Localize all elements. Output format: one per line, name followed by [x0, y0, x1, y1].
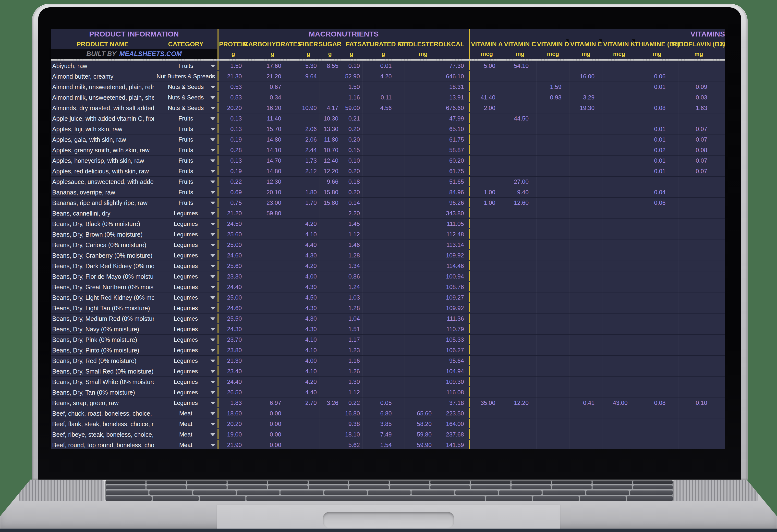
- value-cell[interactable]: [404, 208, 442, 218]
- value-cell[interactable]: [504, 103, 537, 113]
- value-cell[interactable]: [362, 335, 404, 345]
- value-cell[interactable]: 23.80: [219, 345, 248, 355]
- chevron-down-icon[interactable]: [210, 107, 215, 110]
- product-name-cell[interactable]: Apples, gala, with skin, raw: [51, 134, 154, 145]
- value-cell[interactable]: [319, 314, 341, 324]
- value-cell[interactable]: [569, 303, 602, 313]
- product-name-cell[interactable]: Beans, Dry, Navy (0% moisture): [51, 324, 154, 334]
- value-cell[interactable]: [678, 345, 719, 355]
- value-cell[interactable]: [298, 440, 319, 449]
- value-cell[interactable]: 61.75: [442, 166, 469, 176]
- key[interactable]: [627, 496, 673, 501]
- value-cell[interactable]: [404, 240, 442, 250]
- value-cell[interactable]: 14.80: [248, 134, 298, 145]
- value-cell[interactable]: 59.80: [248, 208, 298, 218]
- value-cell[interactable]: 0.22: [219, 177, 248, 187]
- value-cell[interactable]: 0.53: [219, 82, 248, 92]
- value-cell[interactable]: [319, 377, 341, 387]
- value-cell[interactable]: 109.92: [442, 303, 469, 313]
- value-cell[interactable]: 2.12: [298, 166, 319, 176]
- value-cell[interactable]: [319, 429, 341, 440]
- value-cell[interactable]: [248, 314, 298, 324]
- value-cell[interactable]: [504, 377, 537, 387]
- value-cell[interactable]: 110.79: [442, 324, 469, 334]
- value-cell[interactable]: [602, 366, 636, 377]
- value-cell[interactable]: [319, 408, 341, 419]
- category-dropdown-cell[interactable]: Fruits: [154, 177, 217, 187]
- value-cell[interactable]: [319, 293, 341, 303]
- value-cell[interactable]: 2.06: [298, 124, 319, 134]
- key[interactable]: [633, 485, 673, 490]
- value-cell[interactable]: 24.40: [219, 377, 248, 387]
- value-cell[interactable]: 2.44: [298, 145, 319, 155]
- value-cell[interactable]: [298, 208, 319, 218]
- key[interactable]: [152, 496, 198, 501]
- key[interactable]: [552, 481, 591, 484]
- value-cell[interactable]: [636, 282, 678, 292]
- value-cell[interactable]: [470, 293, 504, 303]
- value-cell[interactable]: 0.01: [636, 124, 678, 134]
- chevron-down-icon[interactable]: [210, 349, 215, 352]
- value-cell[interactable]: [678, 219, 719, 229]
- value-cell[interactable]: 0.93: [537, 92, 569, 103]
- category-dropdown-cell[interactable]: Legumes: [154, 229, 217, 239]
- value-cell[interactable]: [504, 219, 537, 229]
- value-cell[interactable]: 23.00: [248, 198, 298, 208]
- value-cell[interactable]: 5.30: [298, 61, 319, 71]
- value-cell[interactable]: 0.08: [636, 398, 678, 408]
- category-dropdown-cell[interactable]: Legumes: [154, 219, 217, 229]
- value-cell[interactable]: [362, 377, 404, 387]
- product-name-cell[interactable]: Abiyuch, raw: [51, 61, 154, 71]
- value-cell[interactable]: 4.20: [298, 219, 319, 229]
- value-cell[interactable]: [602, 103, 636, 113]
- value-cell[interactable]: [298, 429, 319, 440]
- value-cell[interactable]: 109.92: [442, 250, 469, 260]
- value-cell[interactable]: [537, 208, 569, 218]
- chevron-down-icon[interactable]: [210, 328, 215, 331]
- value-cell[interactable]: 5.00: [470, 61, 504, 71]
- value-cell[interactable]: 20.20: [219, 419, 248, 429]
- value-cell[interactable]: [569, 282, 602, 292]
- value-cell[interactable]: [470, 82, 504, 92]
- category-dropdown-cell[interactable]: Fruits: [154, 187, 217, 197]
- value-cell[interactable]: [362, 166, 404, 176]
- value-cell[interactable]: 0.00: [248, 419, 298, 429]
- value-cell[interactable]: [678, 408, 719, 419]
- value-cell[interactable]: 109.30: [442, 377, 469, 387]
- key[interactable]: [228, 485, 267, 490]
- category-dropdown-cell[interactable]: Fruits: [154, 198, 217, 208]
- value-cell[interactable]: [636, 387, 678, 398]
- value-cell[interactable]: [537, 419, 569, 429]
- value-cell[interactable]: 4.30: [298, 282, 319, 292]
- value-cell[interactable]: 7.49: [362, 429, 404, 440]
- value-cell[interactable]: 0.69: [219, 187, 248, 197]
- value-cell[interactable]: [537, 134, 569, 145]
- key[interactable]: [592, 481, 632, 484]
- value-cell[interactable]: [636, 356, 678, 366]
- product-name-cell[interactable]: Beef, chuck, roast, boneless, choice, ra…: [51, 408, 154, 419]
- value-cell[interactable]: [248, 272, 298, 282]
- category-dropdown-cell[interactable]: Legumes: [154, 261, 217, 271]
- category-dropdown-cell[interactable]: Legumes: [154, 377, 217, 387]
- value-cell[interactable]: 54.10: [504, 61, 537, 71]
- key[interactable]: [390, 485, 429, 490]
- value-cell[interactable]: 25.60: [219, 229, 248, 239]
- value-cell[interactable]: [470, 366, 504, 377]
- value-cell[interactable]: 47.99: [442, 113, 469, 124]
- value-cell[interactable]: [569, 345, 602, 355]
- value-cell[interactable]: [248, 293, 298, 303]
- value-cell[interactable]: [404, 387, 442, 398]
- value-cell[interactable]: 3.85: [362, 419, 404, 429]
- value-cell[interactable]: [537, 387, 569, 398]
- value-cell[interactable]: [537, 166, 569, 176]
- value-cell[interactable]: 1.59: [537, 82, 569, 92]
- value-cell[interactable]: 0.41: [569, 398, 602, 408]
- value-cell[interactable]: [362, 229, 404, 239]
- value-cell[interactable]: [362, 208, 404, 218]
- value-cell[interactable]: 0.01: [636, 82, 678, 92]
- value-cell[interactable]: 1.83: [219, 398, 248, 408]
- value-cell[interactable]: [404, 124, 442, 134]
- key[interactable]: [200, 496, 245, 501]
- product-name-cell[interactable]: Beans, Dry, Flor de Mayo (0% moisture): [51, 272, 154, 282]
- product-name-cell[interactable]: Beans, Dry, Light Tan (0% moisture): [51, 303, 154, 313]
